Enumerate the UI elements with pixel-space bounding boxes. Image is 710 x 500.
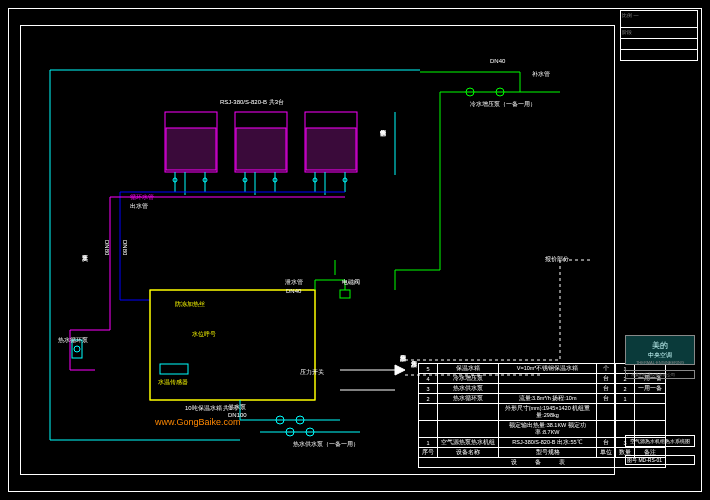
company-addr: 广东美的暖通设备有限公司 [625, 370, 695, 379]
svg-rect-28 [340, 290, 350, 298]
dn80-2: DN80 [122, 240, 128, 255]
drawing-name: 空气源热水机组热水系统图 [625, 435, 695, 447]
svg-point-22 [74, 346, 80, 352]
svg-rect-25 [160, 364, 188, 374]
circ-out-label: 出水管 [130, 202, 148, 211]
supply-pipe-label: 补水管 [532, 70, 550, 79]
title-block: 比例 — 阶段 [620, 10, 698, 485]
svg-rect-1 [166, 128, 216, 170]
svg-rect-3 [236, 128, 286, 170]
quote-label: 报价部分 [545, 255, 569, 264]
cad-viewport[interactable]: RSJ-380/S-820-B 共3台 空气侧换水管 DN40 补水管 冷水增压… [0, 0, 710, 500]
sensor-label: 水温传感器 [158, 378, 188, 387]
hot-circ-label: 热水循环泵 [58, 336, 88, 345]
dn40-label: DN40 [490, 58, 505, 64]
level-label: 水位呼号 [192, 330, 216, 339]
cold-pump-label: 冷水增压泵（一备一用） [470, 100, 536, 109]
tank-title: 10吨保温水箱 共1个 [185, 404, 239, 413]
drain-label: 泄水管 [285, 278, 303, 287]
svg-marker-33 [395, 365, 405, 375]
hot-supply-label: 热水供水泵（一备一用） [293, 440, 359, 449]
circ-in-label: 循环水管 [130, 193, 154, 202]
url-watermark: www.GongBaike.com [155, 417, 241, 427]
svg-rect-5 [306, 128, 356, 170]
tb-top: 比例 — [620, 10, 698, 28]
company-logo: 美的 中央空调 THERMAL·ENGINEERING [625, 335, 695, 365]
anti-freeze-label: 防冻加热丝 [175, 300, 205, 309]
units-label: RSJ-380/S-820-B 共3台 [220, 98, 284, 107]
dn40-2-label: DN40 [286, 288, 301, 294]
pressure-label: 压力开关 [300, 368, 324, 377]
drawing-no: 图号 MD-RS-01 [625, 455, 695, 465]
solenoid-label: 电磁阀 [342, 278, 360, 287]
dn80-1: DN80 [104, 240, 110, 255]
